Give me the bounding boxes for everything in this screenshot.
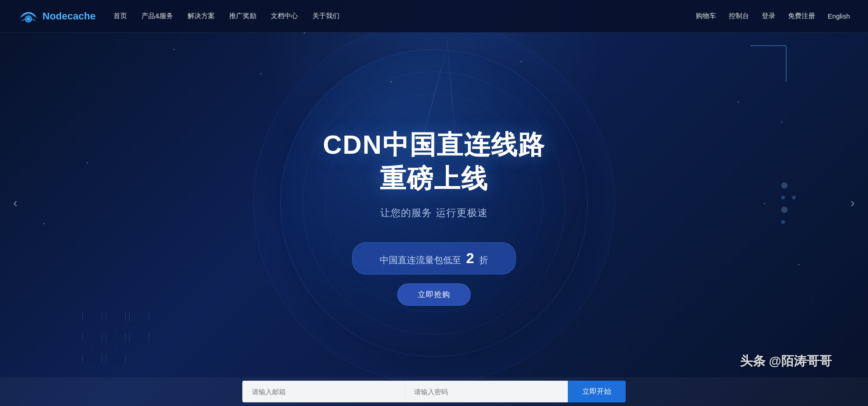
nav-item-solutions[interactable]: 解决方案 — [188, 12, 215, 20]
star — [260, 73, 261, 74]
logo-area[interactable]: Nodecache — [18, 8, 95, 24]
login-link[interactable]: 登录 — [762, 12, 775, 20]
hex-shape — [106, 308, 126, 326]
hero-title: CDN中国直连线路 重磅上线 — [323, 127, 545, 196]
logo-text: Nodecache — [42, 10, 95, 22]
svg-line-2 — [22, 19, 25, 21]
hex-shape — [82, 329, 102, 346]
cart-link[interactable]: 购物车 — [696, 12, 716, 20]
hero-title-line1: CDN中国直连线路 — [323, 130, 545, 159]
email-input[interactable] — [242, 381, 405, 402]
password-input[interactable] — [405, 381, 568, 402]
dots-decoration — [781, 182, 796, 224]
hex-shape — [129, 308, 149, 326]
watermark: 头条 @陌涛哥哥 — [740, 353, 832, 370]
hero-section: ‹ › CDN中国直连线路 重磅上线 让您的服务 运行更极速 中国直连流量包低至… — [0, 0, 868, 406]
nav-item-docs[interactable]: 文档中心 — [271, 12, 298, 20]
hex-shape — [106, 350, 126, 367]
corner-decoration — [750, 45, 787, 81]
hex-shape — [82, 308, 102, 326]
hero-title-line2: 重磅上线 — [380, 164, 488, 193]
dot — [781, 196, 785, 199]
star — [87, 162, 88, 163]
logo-icon — [18, 8, 39, 24]
hex-shape — [82, 350, 102, 367]
promo-highlight: 2 — [466, 250, 474, 266]
navbar-right: 购物车 控制台 登录 免费注册 English — [696, 12, 850, 20]
carousel-next-button[interactable]: › — [844, 189, 861, 217]
cta-button[interactable]: 立即抢购 — [397, 283, 471, 306]
language-link[interactable]: English — [828, 12, 850, 20]
nav-links: 首页 产品&服务 解决方案 推广奖励 文档中心 关于我们 — [113, 12, 340, 20]
star — [738, 102, 739, 103]
promo-prefix: 中国直连流量包低至 — [380, 255, 461, 265]
star — [174, 49, 175, 50]
star — [764, 203, 765, 204]
nav-item-home[interactable]: 首页 — [113, 12, 127, 20]
register-link[interactable]: 免费注册 — [788, 12, 815, 20]
navbar-left: Nodecache 首页 产品&服务 解决方案 推广奖励 文档中心 关于我们 — [18, 8, 340, 24]
promo-banner: 中国直连流量包低至 2 折 — [352, 242, 516, 274]
navbar: Nodecache 首页 产品&服务 解决方案 推广奖励 文档中心 关于我们 购… — [0, 0, 868, 33]
nav-item-promotions[interactable]: 推广奖励 — [229, 12, 256, 20]
hex-group — [81, 307, 150, 370]
hero-content: CDN中国直连线路 重磅上线 让您的服务 运行更极速 中国直连流量包低至 2 折… — [323, 127, 545, 306]
star — [781, 122, 782, 123]
dot — [781, 220, 785, 224]
hex-shape — [106, 329, 126, 346]
promo-suffix: 折 — [479, 255, 488, 265]
star — [43, 223, 44, 224]
signup-button[interactable]: 立即开始 — [568, 381, 626, 402]
dot — [781, 182, 788, 189]
nav-item-about[interactable]: 关于我们 — [312, 12, 340, 20]
star — [798, 264, 799, 265]
console-link[interactable]: 控制台 — [729, 12, 749, 20]
svg-line-3 — [32, 19, 35, 21]
nav-item-products[interactable]: 产品&服务 — [142, 12, 173, 20]
star — [304, 33, 305, 33]
dot — [792, 196, 796, 199]
carousel-prev-button[interactable]: ‹ — [7, 189, 24, 217]
dot — [781, 207, 788, 213]
hero-subtitle: 让您的服务 运行更极速 — [380, 206, 487, 220]
signup-form: 立即开始 — [0, 377, 868, 406]
hex-shape — [129, 329, 149, 346]
svg-point-1 — [27, 18, 30, 20]
